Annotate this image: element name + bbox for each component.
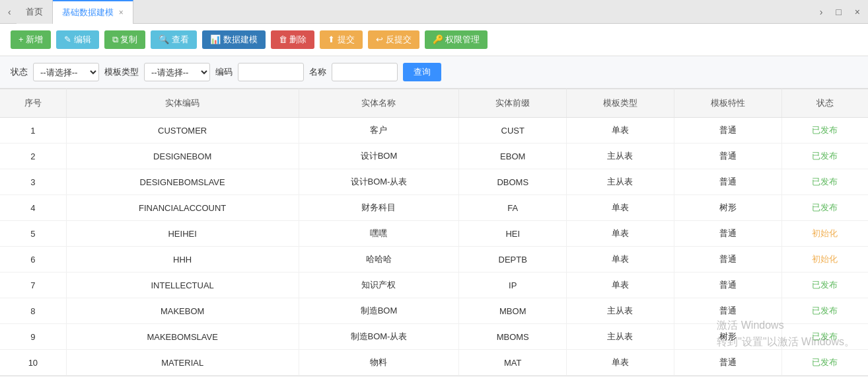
edit-button[interactable]: ✎ 编辑 bbox=[56, 30, 99, 49]
table-cell: EBOM bbox=[459, 144, 567, 169]
table-cell: 财务科目 bbox=[299, 195, 459, 221]
table-cell: FINANCIALACCOUNT bbox=[66, 195, 299, 221]
table-row[interactable]: 3DESIGNEBOMSLAVE设计BOM-从表DBOMS主从表普通已发布 bbox=[0, 169, 868, 195]
table-cell: DESIGNEBOM bbox=[66, 144, 299, 169]
table-cell: 2 bbox=[0, 144, 66, 169]
table-cell: 单表 bbox=[567, 221, 674, 247]
table-cell: 5 bbox=[0, 221, 66, 247]
type-select[interactable]: --请选择-- bbox=[144, 63, 210, 81]
col-header-feature: 模板特性 bbox=[674, 89, 781, 118]
table-cell: DBOMS bbox=[459, 169, 567, 195]
win-close-btn[interactable]: × bbox=[850, 4, 865, 20]
table-cell: 设计BOM-从表 bbox=[299, 169, 459, 195]
tab-prev-btn[interactable]: ‹ bbox=[3, 4, 17, 20]
table-cell: 8 bbox=[0, 298, 66, 324]
table-cell: 单表 bbox=[567, 350, 674, 376]
table-cell: HHH bbox=[66, 247, 299, 272]
table-cell: 设计BOM bbox=[299, 144, 459, 169]
table-cell: 已发布 bbox=[781, 298, 868, 324]
table-cell: 单表 bbox=[567, 272, 674, 298]
win-max-btn[interactable]: □ bbox=[830, 4, 846, 20]
type-label: 模板类型 bbox=[104, 66, 139, 78]
tab-home-label: 首页 bbox=[26, 6, 43, 18]
perm-button[interactable]: 🔑 权限管理 bbox=[425, 30, 488, 49]
add-button[interactable]: + 新增 bbox=[11, 30, 51, 49]
table-cell: IP bbox=[459, 272, 567, 298]
table-cell: MAKEBOM bbox=[66, 298, 299, 324]
status-label: 状态 bbox=[11, 66, 28, 78]
table-cell: 树形 bbox=[674, 324, 781, 350]
table-cell: 制造BOM-从表 bbox=[299, 324, 459, 350]
table-row[interactable]: 9MAKEBOMSLAVE制造BOM-从表MBOMS主从表树形已发布 bbox=[0, 324, 868, 350]
table-cell: DEPTB bbox=[459, 247, 567, 272]
table-row[interactable]: 10MATERIAL物料MAT单表普通已发布 bbox=[0, 350, 868, 376]
table-row[interactable]: 8MAKEBOM制造BOMMBOM主从表普通已发布 bbox=[0, 298, 868, 324]
table-row[interactable]: 6HHH哈哈哈DEPTB单表普通初始化 bbox=[0, 247, 868, 272]
table-row[interactable]: 4FINANCIALACCOUNT财务科目FA单表树形已发布 bbox=[0, 195, 868, 221]
status-select[interactable]: --请选择-- bbox=[33, 63, 99, 81]
table-cell: 主从表 bbox=[567, 324, 674, 350]
table-cell: 单表 bbox=[567, 195, 674, 221]
code-input[interactable] bbox=[238, 63, 304, 81]
table-cell: 普通 bbox=[674, 144, 781, 169]
table-header-row: 序号 实体编码 实体名称 实体前缀 模板类型 模板特性 状态 bbox=[0, 89, 868, 118]
table-wrapper: 序号 实体编码 实体名称 实体前缀 模板类型 模板特性 状态 1CUSTOMER… bbox=[0, 89, 868, 377]
tab-home[interactable]: 首页 bbox=[17, 0, 53, 24]
delete-button[interactable]: 🗑 删除 bbox=[271, 30, 315, 49]
table-cell: 已发布 bbox=[781, 324, 868, 350]
tab-active[interactable]: 基础数据建模 × bbox=[53, 0, 133, 24]
table-cell: 单表 bbox=[567, 247, 674, 272]
table-cell: MATERIAL bbox=[66, 350, 299, 376]
table-cell: 已发布 bbox=[781, 350, 868, 376]
table-cell: 普通 bbox=[674, 169, 781, 195]
tab-close-icon[interactable]: × bbox=[119, 8, 124, 17]
code-label: 编码 bbox=[215, 66, 233, 78]
tab-next-btn[interactable]: › bbox=[814, 4, 828, 20]
table-cell: 普通 bbox=[674, 118, 781, 144]
col-header-index: 序号 bbox=[0, 89, 66, 118]
table-cell: HEIHEI bbox=[66, 221, 299, 247]
model-button[interactable]: 📊 数据建模 bbox=[202, 30, 266, 49]
tab-bar: ‹ 首页 基础数据建模 × › □ × bbox=[0, 0, 868, 24]
name-input[interactable] bbox=[332, 63, 398, 81]
table-cell: 已发布 bbox=[781, 118, 868, 144]
table-row[interactable]: 1CUSTOMER客户CUST单表普通已发布 bbox=[0, 118, 868, 144]
table-cell: 普通 bbox=[674, 247, 781, 272]
table-cell: 制造BOM bbox=[299, 298, 459, 324]
table-cell: 已发布 bbox=[781, 195, 868, 221]
unsubmit-button[interactable]: ↩ 反提交 bbox=[368, 30, 419, 49]
table-row[interactable]: 5HEIHEI嘿嘿HEI单表普通初始化 bbox=[0, 221, 868, 247]
copy-button[interactable]: ⧉ 复制 bbox=[104, 30, 146, 49]
data-table: 序号 实体编码 实体名称 实体前缀 模板类型 模板特性 状态 1CUSTOMER… bbox=[0, 89, 868, 376]
col-header-type: 模板类型 bbox=[567, 89, 674, 118]
view-button[interactable]: 🔍 查看 bbox=[151, 30, 197, 49]
table-cell: 6 bbox=[0, 247, 66, 272]
table-cell: 10 bbox=[0, 350, 66, 376]
table-cell: 初始化 bbox=[781, 221, 868, 247]
table-row[interactable]: 2DESIGNEBOM设计BOMEBOM主从表普通已发布 bbox=[0, 144, 868, 169]
table-cell: 1 bbox=[0, 118, 66, 144]
table-cell: INTELLECTUAL bbox=[66, 272, 299, 298]
table-cell: 普通 bbox=[674, 272, 781, 298]
filter-bar: 状态 --请选择-- 模板类型 --请选择-- 编码 名称 查询 bbox=[0, 56, 868, 89]
table-cell: CUST bbox=[459, 118, 567, 144]
table-cell: 主从表 bbox=[567, 169, 674, 195]
table-cell: MAKEBOMSLAVE bbox=[66, 324, 299, 350]
table-cell: MAT bbox=[459, 350, 567, 376]
table-cell: 已发布 bbox=[781, 272, 868, 298]
table-cell: 主从表 bbox=[567, 298, 674, 324]
submit-button[interactable]: ⬆ 提交 bbox=[320, 30, 363, 49]
search-button[interactable]: 查询 bbox=[403, 63, 441, 81]
table-cell: 4 bbox=[0, 195, 66, 221]
table-cell: FA bbox=[459, 195, 567, 221]
table-cell: HEI bbox=[459, 221, 567, 247]
table-cell: 普通 bbox=[674, 350, 781, 376]
table-cell: MBOM bbox=[459, 298, 567, 324]
table-row[interactable]: 7INTELLECTUAL知识产权IP单表普通已发布 bbox=[0, 272, 868, 298]
table-cell: CUSTOMER bbox=[66, 118, 299, 144]
table-cell: 普通 bbox=[674, 221, 781, 247]
tab-active-label: 基础数据建模 bbox=[62, 7, 114, 19]
table-cell: 嘿嘿 bbox=[299, 221, 459, 247]
table-cell: 已发布 bbox=[781, 169, 868, 195]
table-cell: 主从表 bbox=[567, 144, 674, 169]
